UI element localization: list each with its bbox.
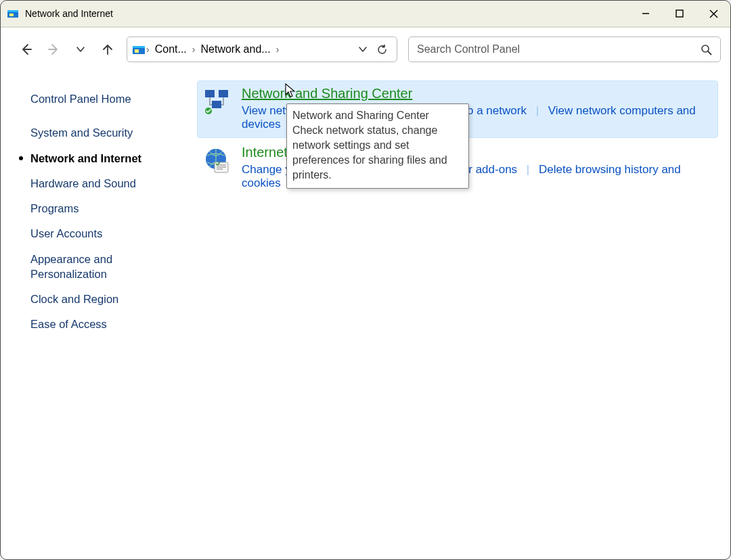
category-title-network-sharing[interactable]: Network and Sharing Center bbox=[242, 86, 412, 101]
tooltip-title: Network and Sharing Center bbox=[292, 108, 463, 123]
network-sharing-icon bbox=[204, 89, 231, 116]
sidebar-item-ease-access[interactable]: Ease of Access bbox=[30, 317, 181, 331]
titlebar: Network and Internet bbox=[1, 1, 730, 26]
toolbar: › Cont... › Network and... › bbox=[1, 28, 730, 71]
breadcrumb-chev[interactable]: › bbox=[145, 44, 151, 55]
forward-button[interactable] bbox=[41, 37, 66, 62]
sidebar: Control Panel Home System and Security N… bbox=[1, 71, 181, 559]
svg-rect-8 bbox=[133, 46, 145, 48]
chevron-down-icon bbox=[75, 44, 86, 55]
internet-options-icon bbox=[204, 147, 231, 174]
refresh-button[interactable] bbox=[372, 44, 391, 55]
window: Network and Internet bbox=[0, 0, 731, 560]
close-button[interactable] bbox=[696, 1, 730, 26]
arrow-up-icon bbox=[101, 43, 114, 56]
window-controls bbox=[629, 1, 730, 26]
content-body: Control Panel Home System and Security N… bbox=[1, 71, 730, 559]
search-input[interactable] bbox=[417, 43, 701, 55]
minimize-icon bbox=[642, 9, 650, 18]
address-bar[interactable]: › Cont... › Network and... › bbox=[127, 37, 397, 62]
arrow-left-icon bbox=[20, 43, 33, 56]
search-bar[interactable] bbox=[408, 37, 721, 62]
sidebar-item-user-accounts[interactable]: User Accounts bbox=[30, 226, 181, 241]
tooltip: Network and Sharing Center Check network… bbox=[286, 103, 469, 189]
breadcrumb-chev[interactable]: › bbox=[275, 44, 281, 55]
search-icon[interactable] bbox=[701, 44, 712, 55]
window-title: Network and Internet bbox=[25, 8, 113, 19]
breadcrumb-seg-1[interactable]: Cont... bbox=[151, 43, 191, 55]
minimize-button[interactable] bbox=[629, 1, 663, 26]
close-icon bbox=[709, 9, 718, 18]
svg-rect-4 bbox=[676, 10, 683, 17]
tooltip-body: Check network status, change network set… bbox=[292, 123, 463, 183]
svg-rect-14 bbox=[212, 101, 221, 108]
svg-line-11 bbox=[708, 51, 711, 55]
sidebar-item-hardware-sound[interactable]: Hardware and Sound bbox=[30, 176, 181, 191]
svg-rect-1 bbox=[7, 10, 18, 12]
breadcrumb-seg-2[interactable]: Network and... bbox=[196, 43, 274, 55]
svg-rect-2 bbox=[9, 14, 14, 16]
back-button[interactable] bbox=[14, 37, 39, 62]
app-icon bbox=[7, 8, 18, 19]
maximize-button[interactable] bbox=[663, 1, 696, 26]
sidebar-item-home[interactable]: Control Panel Home bbox=[30, 91, 181, 106]
refresh-icon bbox=[376, 44, 388, 55]
svg-rect-12 bbox=[205, 90, 215, 97]
arrow-right-icon bbox=[47, 43, 60, 56]
sidebar-item-clock-region[interactable]: Clock and Region bbox=[30, 291, 181, 306]
sidebar-item-appearance[interactable]: Appearance and Personalization bbox=[30, 252, 146, 282]
sidebar-item-network-internet[interactable]: Network and Internet bbox=[30, 151, 181, 166]
addr-dropdown-button[interactable] bbox=[353, 45, 372, 54]
sidebar-item-system-security[interactable]: System and Security bbox=[30, 125, 181, 140]
breadcrumb-chev[interactable]: › bbox=[191, 44, 197, 55]
svg-rect-9 bbox=[135, 49, 139, 53]
content-area: Network and Sharing Center View network … bbox=[181, 71, 730, 559]
control-panel-icon bbox=[133, 43, 145, 55]
sidebar-item-programs[interactable]: Programs bbox=[30, 201, 181, 216]
maximize-icon bbox=[675, 9, 684, 18]
recent-locations-button[interactable] bbox=[68, 37, 93, 62]
chevron-down-icon bbox=[358, 45, 368, 54]
svg-rect-13 bbox=[219, 90, 228, 97]
up-button[interactable] bbox=[95, 37, 120, 62]
